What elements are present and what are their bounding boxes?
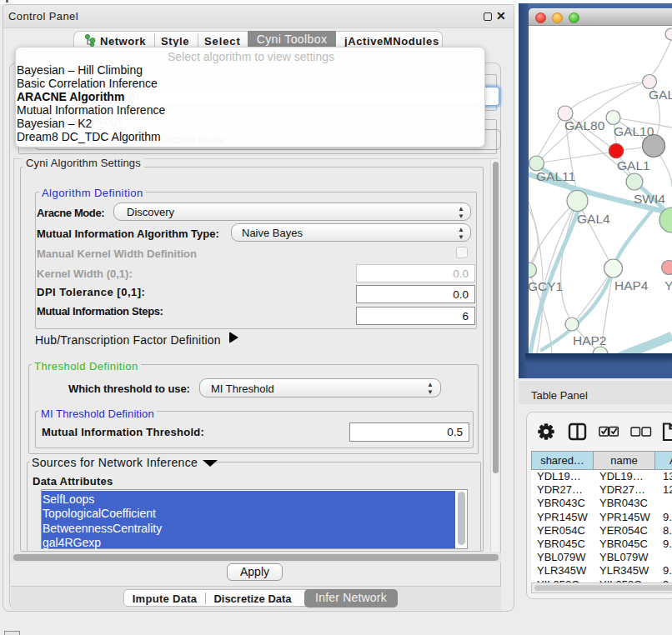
- svg-text:GAL1: GAL1: [617, 158, 650, 172]
- svg-text:GAL11: GAL11: [536, 169, 575, 183]
- svg-text:Y: Y: [664, 278, 672, 292]
- svg-text:GAL10: GAL10: [614, 124, 654, 138]
- svg-text:GAL4: GAL4: [577, 212, 610, 226]
- svg-text:GAL80: GAL80: [564, 118, 605, 132]
- svg-text:HAP2: HAP2: [573, 333, 607, 348]
- svg-text:GAL7: GAL7: [649, 88, 672, 102]
- svg-text:SWI4: SWI4: [634, 192, 665, 206]
- svg-text:GCY1: GCY1: [529, 279, 563, 293]
- svg-text:HAP4: HAP4: [614, 278, 649, 292]
